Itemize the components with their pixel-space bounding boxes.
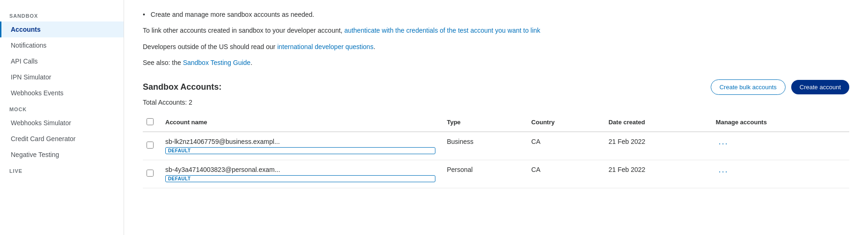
link-intro-text: To link other accounts created in sandbo… <box>143 25 849 36</box>
sidebar-item-webhooks-simulator[interactable]: Webhooks Simulator <box>0 115 124 131</box>
sidebar: SANDBOX Accounts Notifications API Calls… <box>0 0 124 235</box>
sidebar-item-api-calls[interactable]: API Calls <box>0 53 124 69</box>
row2-type: Personal <box>441 160 525 188</box>
row2-manage-button[interactable]: ··· <box>716 166 731 178</box>
date-created-header: Date created <box>603 114 710 132</box>
sidebar-item-ipn-simulator[interactable]: IPN Simulator <box>0 69 124 85</box>
row2-checkbox[interactable] <box>147 170 154 177</box>
row1-date-created: 21 Feb 2022 <box>603 132 710 160</box>
section-buttons: Create bulk accounts Create account <box>711 79 849 95</box>
select-all-header <box>143 114 160 132</box>
select-all-checkbox[interactable] <box>147 118 154 125</box>
sidebar-item-notifications[interactable]: Notifications <box>0 37 124 53</box>
row2-country: CA <box>526 160 603 188</box>
create-bulk-accounts-button[interactable]: Create bulk accounts <box>711 79 786 95</box>
row1-account-name-cell: sb-lk2nz14067759@business.exampl... DEFA… <box>160 132 441 160</box>
row1-type: Business <box>441 132 525 160</box>
row1-default-badge: DEFAULT <box>165 147 435 154</box>
table-row: sb-4y3a4714003823@personal.exam... DEFAU… <box>143 160 849 188</box>
see-also-text: See also: the Sandbox Testing Guide. <box>143 57 849 68</box>
sidebar-item-webhooks-events[interactable]: Webhooks Events <box>0 85 124 101</box>
row1-manage-button[interactable]: ··· <box>716 138 731 150</box>
row1-country: CA <box>526 132 603 160</box>
sidebar-section-live: LIVE <box>0 163 124 177</box>
sidebar-item-accounts[interactable]: Accounts <box>0 21 124 37</box>
authenticate-link[interactable]: authenticate with the credentials of the… <box>344 27 540 34</box>
row1-checkbox[interactable] <box>147 142 154 149</box>
row1-checkbox-cell <box>143 132 160 160</box>
sidebar-item-credit-card-generator[interactable]: Credit Card Generator <box>0 131 124 147</box>
section-title: Sandbox Accounts: <box>143 82 221 92</box>
sidebar-section-sandbox: SANDBOX <box>0 7 124 21</box>
row2-checkbox-cell <box>143 160 160 188</box>
sandbox-guide-link[interactable]: Sandbox Testing Guide <box>183 59 251 66</box>
row2-account-name: sb-4y3a4714003823@personal.exam... <box>165 166 435 173</box>
table-row: sb-lk2nz14067759@business.exampl... DEFA… <box>143 132 849 160</box>
intro-bullet-text: • Create and manage more sandbox account… <box>143 9 849 20</box>
section-header: Sandbox Accounts: Create bulk accounts C… <box>143 79 849 95</box>
sidebar-section-mock: MOCK <box>0 101 124 115</box>
accounts-table: Account name Type Country Date created M… <box>143 114 849 188</box>
sidebar-item-negative-testing[interactable]: Negative Testing <box>0 147 124 163</box>
row2-default-badge: DEFAULT <box>165 175 435 182</box>
international-text: Developers outside of the US should read… <box>143 42 849 52</box>
table-header-row: Account name Type Country Date created M… <box>143 114 849 132</box>
total-accounts-label: Total Accounts: 2 <box>143 99 849 106</box>
row2-date-created: 21 Feb 2022 <box>603 160 710 188</box>
create-account-button[interactable]: Create account <box>791 80 849 94</box>
country-header: Country <box>526 114 603 132</box>
type-header: Type <box>441 114 525 132</box>
international-link[interactable]: international developer questions <box>277 43 373 50</box>
row1-manage-cell: ··· <box>710 132 849 160</box>
account-name-header: Account name <box>160 114 441 132</box>
row2-manage-cell: ··· <box>710 160 849 188</box>
manage-accounts-header: Manage accounts <box>710 114 849 132</box>
main-content: • Create and manage more sandbox account… <box>124 0 868 235</box>
row2-account-name-cell: sb-4y3a4714003823@personal.exam... DEFAU… <box>160 160 441 188</box>
bullet-icon: • <box>143 11 145 18</box>
row1-account-name: sb-lk2nz14067759@business.exampl... <box>165 138 435 145</box>
